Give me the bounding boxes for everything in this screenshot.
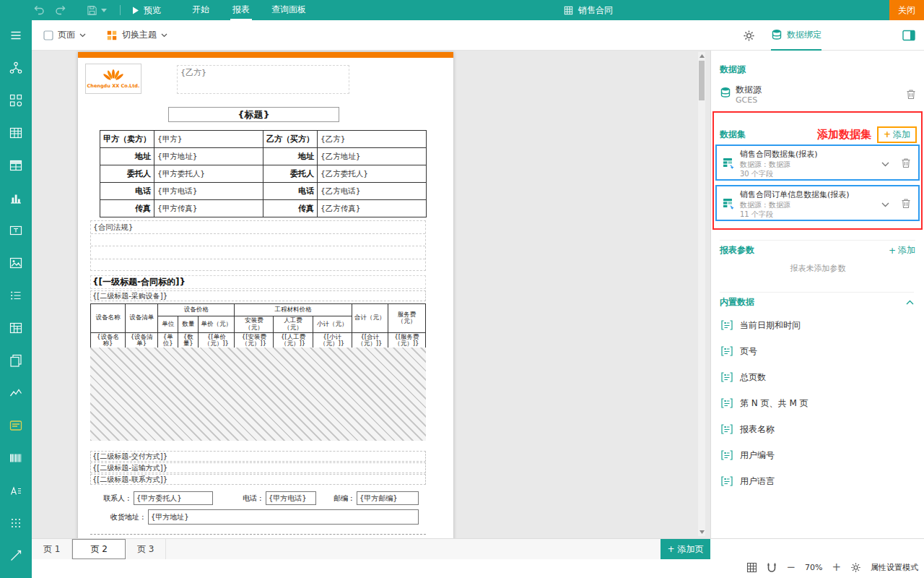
table-row[interactable]: {设备名称} {设备清单} {单位} {数量} {[单价（元）]} {[安装费（… — [91, 332, 426, 349]
theme-dropdown[interactable]: 切换主题 — [106, 29, 167, 41]
barcode-tool-icon[interactable] — [9, 451, 23, 465]
nodes-tool-icon[interactable] — [9, 61, 23, 75]
info-label-cell[interactable]: 委托人 — [100, 165, 154, 183]
eq-header-cell[interactable]: 小计（元） — [313, 316, 352, 333]
page-tab-3[interactable]: 页 3 — [126, 539, 166, 559]
info-label-cell[interactable]: 传真 — [100, 200, 154, 217]
info-label-cell[interactable]: 电话 — [100, 183, 154, 200]
info-value-cell[interactable]: {乙方电话} — [318, 183, 427, 200]
contact-info-row[interactable]: 联系人： {甲方委托人} 电话： {甲方电话} 邮编： {甲方邮编} — [100, 491, 426, 505]
image-tool-icon[interactable] — [9, 256, 23, 270]
eq-header-cell[interactable]: 合计（元） — [352, 304, 388, 333]
eq-data-cell[interactable]: {[合计（元）]} — [352, 332, 388, 349]
heading2-transport[interactable]: {[二级标题-运输方式]} — [90, 462, 426, 473]
list-tool-icon[interactable] — [9, 288, 23, 303]
zip-value-textbox[interactable]: {甲方邮编} — [357, 491, 419, 505]
add-param-button[interactable]: + 添加 — [889, 244, 915, 256]
card-tool-icon[interactable] — [9, 418, 23, 433]
parties-info-table[interactable]: 甲方（卖方） {甲方} 乙方（买方） {乙方} 地址 {甲方地址} 地址 {乙方… — [100, 130, 427, 217]
datasource-item[interactable]: 数据源 GCES — [711, 83, 924, 107]
heading2-delivery[interactable]: {[二级标题-交付方式]} — [90, 451, 426, 462]
info-label-cell[interactable]: 委托人 — [263, 165, 318, 183]
eq-data-cell[interactable]: {单位} — [158, 332, 178, 349]
settings-gear-icon[interactable] — [850, 562, 861, 573]
info-label-cell[interactable]: 甲方（卖方） — [100, 131, 154, 148]
info-value-cell[interactable]: {乙方地址} — [318, 148, 427, 165]
contact-value-textbox[interactable]: {甲方委托人} — [134, 491, 213, 505]
expand-dataset-icon[interactable] — [881, 159, 889, 169]
eq-data-cell[interactable]: {设备清单} — [126, 332, 158, 349]
close-button[interactable]: 关闭 — [889, 0, 924, 20]
dot-matrix-tool-icon[interactable] — [9, 516, 23, 530]
info-value-cell[interactable]: {甲方委托人} — [154, 165, 263, 183]
canvas-vertical-scrollbar[interactable] — [698, 52, 705, 536]
save-button[interactable] — [87, 0, 107, 20]
page-tab-2[interactable]: 页 2 — [72, 539, 125, 559]
builtin-item-total-pages[interactable]: 总页数 — [711, 364, 924, 390]
dataset-card-sales-contract[interactable]: 销售合同数据集(报表) 数据源：数据源 30 个字段 — [715, 144, 920, 181]
info-value-cell[interactable]: {甲方传真} — [154, 200, 263, 217]
add-page-button[interactable]: + 添加页 — [661, 539, 710, 559]
textbox-tool-icon[interactable] — [9, 223, 23, 238]
info-value-cell[interactable]: {甲方} — [154, 131, 263, 148]
table-row[interactable]: 甲方（卖方） {甲方} 乙方（买方） {乙方} — [100, 131, 427, 148]
report-page[interactable]: Chengdu XX Co.Ltd. {乙方} {标题} 甲方（卖方） {甲方}… — [78, 52, 453, 538]
eq-header-cell[interactable]: 设备清单 — [126, 304, 158, 333]
tab-query-panel[interactable]: 查询面板 — [269, 0, 308, 20]
settings-gear-icon[interactable] — [743, 30, 755, 42]
subreport-tool-icon[interactable] — [9, 353, 23, 368]
info-label-cell[interactable]: 地址 — [100, 148, 154, 165]
eq-header-cell[interactable]: 单位 — [158, 316, 178, 333]
eq-header-cell[interactable]: 服务费（元） — [388, 304, 425, 333]
info-value-cell[interactable]: {甲方电话} — [154, 183, 263, 200]
preview-button[interactable]: 预览 — [132, 0, 161, 20]
table-row[interactable]: 设备名称 设备清单 设备价格 工程材料价格 合计（元） 服务费（元） — [91, 304, 426, 316]
heading1-subject[interactable]: {[一级标题-合同标的]} — [90, 275, 426, 289]
eq-data-cell[interactable]: {[单价（元）]} — [199, 332, 235, 349]
design-canvas[interactable]: Chengdu XX Co.Ltd. {乙方} {标题} 甲方（卖方） {甲方}… — [32, 51, 710, 538]
builtin-item-report-name[interactable]: 报表名称 — [711, 416, 924, 442]
builtin-item-page-number[interactable]: 页号 — [711, 338, 924, 364]
eq-header-cell[interactable]: 人工费（元） — [274, 316, 313, 333]
add-dataset-button[interactable]: + 添加 — [877, 126, 917, 143]
zoom-in-button[interactable]: + — [832, 562, 841, 573]
eq-header-cell[interactable]: 单价（元） — [199, 316, 235, 333]
shipping-value-textbox[interactable]: {甲方地址} — [148, 509, 419, 525]
page-dropdown[interactable]: 页面 — [43, 29, 86, 41]
page-accent-band[interactable] — [78, 52, 453, 58]
dataset-card-order-info[interactable]: 销售合同订单信息数据集(报表) 数据源：数据源 11 个字段 — [715, 185, 920, 221]
data-binding-tab[interactable]: 数据绑定 — [771, 20, 821, 51]
info-label-cell[interactable]: 电话 — [263, 183, 318, 200]
heading2-purchase[interactable]: {[二级标题-采购设备]} — [90, 290, 426, 301]
bar-chart-tool-icon[interactable] — [9, 191, 23, 205]
richtext-tool-icon[interactable] — [9, 483, 23, 498]
eq-header-cell[interactable]: 设备名称 — [91, 304, 126, 333]
phone-value-textbox[interactable]: {甲方电话} — [266, 491, 316, 505]
shipping-address-row[interactable]: 收货地址： {甲方地址} — [100, 509, 426, 525]
eq-data-cell[interactable]: {[安装费（元）]} — [235, 332, 274, 349]
table-row[interactable]: 地址 {甲方地址} 地址 {乙方地址} — [100, 148, 427, 165]
eq-data-cell[interactable]: {数量} — [178, 332, 199, 349]
matrix-tool-icon[interactable] — [9, 158, 23, 173]
scrollbar-thumb[interactable] — [699, 61, 705, 100]
eq-data-cell[interactable]: {[服务费（元）]} — [388, 332, 425, 349]
builtin-item-user-language[interactable]: 用户语言 — [711, 468, 924, 494]
eq-header-cell[interactable]: 工程材料价格 — [235, 304, 352, 316]
scroll-up-arrow[interactable] — [698, 52, 705, 60]
builtin-item-current-datetime[interactable]: 当前日期和时间 — [711, 312, 924, 338]
page-tab-1[interactable]: 页 1 — [32, 539, 72, 559]
layout-node-tool-icon[interactable] — [9, 93, 23, 108]
expand-dataset-icon[interactable] — [881, 199, 889, 210]
snap-magnet-icon[interactable] — [767, 562, 777, 573]
scroll-down-arrow[interactable] — [698, 528, 705, 536]
panel-toggle-icon[interactable] — [902, 30, 915, 41]
zoom-out-button[interactable]: − — [786, 562, 796, 573]
info-value-cell[interactable]: {乙方委托人} — [318, 165, 427, 183]
party-b-textbox[interactable]: {乙方} — [177, 65, 349, 94]
heading2-contact[interactable]: {[二级标题-联系方式]} — [90, 474, 426, 485]
table-tool-icon[interactable] — [9, 126, 23, 140]
eq-header-cell[interactable]: 安装费（元） — [235, 316, 274, 333]
eq-header-cell[interactable]: 数量 — [178, 316, 199, 333]
eq-data-cell[interactable]: {[小计（元）]} — [313, 332, 352, 349]
table-row[interactable]: 传真 {甲方传真} 传真 {乙方传真} — [100, 200, 427, 217]
